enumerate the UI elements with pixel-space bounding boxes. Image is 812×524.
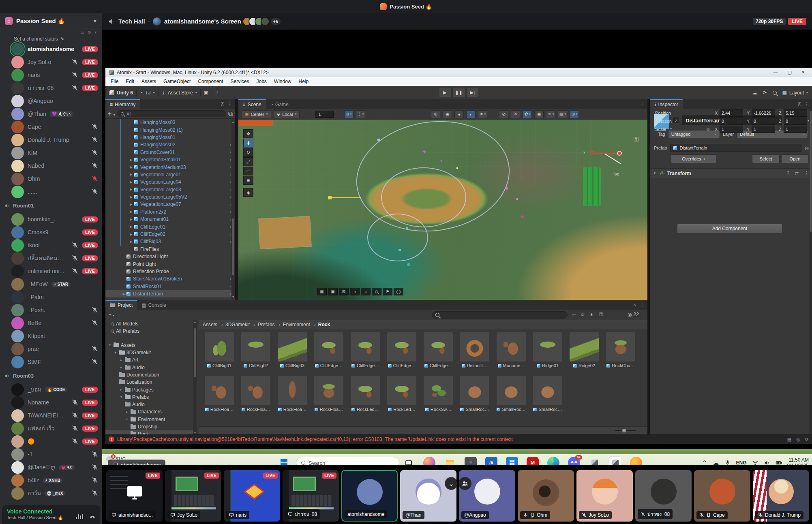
hierarchy-item[interactable]: ▶ Platform2x2 › — [105, 208, 235, 216]
voice-channel-room01[interactable]: Room01 — [0, 198, 102, 213]
hierarchy-item[interactable]: ▶ HangingMoss01 › — [105, 134, 235, 141]
unity-status-bar[interactable]: ! Library\PackageCache\com.unity.ai.navi… — [105, 434, 812, 444]
expander-icon[interactable]: ▶ — [121, 292, 126, 296]
expander-icon[interactable]: ▶ — [129, 188, 134, 191]
undo-history-icon[interactable]: ⟳ — [763, 90, 767, 96]
dock-icon[interactable]: ⊼ — [633, 302, 636, 308]
expander-icon[interactable]: ▾ — [108, 343, 112, 347]
menu-item[interactable]: File — [107, 79, 122, 84]
select-button[interactable]: Select — [752, 154, 780, 163]
search-icon[interactable] — [773, 91, 777, 95]
voice-member[interactable]: boomkxn_. LIVE — [0, 213, 102, 226]
x-field[interactable]: 2.44 — [720, 109, 743, 117]
unity-titlebar[interactable]: Atomix - Start - Windows, Mac, Linux - U… — [105, 68, 812, 77]
x-field[interactable]: 1 — [720, 126, 743, 133]
hierarchy-item[interactable]: ▶ DistantTerrain › — [105, 290, 235, 297]
move-gizmo-axis[interactable] — [331, 197, 361, 198]
voice-member[interactable]: atomishandsome LIVE — [0, 43, 102, 56]
prefab-arrow-icon[interactable]: › — [230, 143, 231, 147]
voice-member[interactable]: @Jane♡ღ 💗 ٩Ϛ — [0, 461, 102, 474]
participant-tile[interactable]: Donald J. Trump — [753, 470, 809, 522]
voice-member[interactable]: อาร์ม 💀 _mrX — [0, 487, 102, 500]
asset-item[interactable]: Ridge01 — [530, 332, 566, 375]
open-button[interactable]: Open — [781, 154, 809, 163]
scene-visibility-toggle[interactable]: ◉ — [534, 110, 544, 118]
audio-toggle[interactable]: ● — [454, 110, 464, 118]
pivot-dropdown[interactable]: ◉Center▾ — [242, 110, 271, 118]
move-gizmo-handle[interactable] — [328, 196, 332, 199]
collapse-strip-button[interactable]: ⌄ — [445, 477, 457, 490]
participant-tile[interactable]: LIVE Joy SoLo — [165, 470, 221, 522]
voice-member[interactable]: Cmoss9 LIVE — [0, 226, 102, 239]
hidden-packages-count[interactable]: ◎22 — [628, 312, 639, 317]
hierarchy-item[interactable]: ▶ Directional Light › — [105, 253, 235, 260]
voice-member[interactable]: Donald J. Trump — [0, 133, 102, 146]
cut-icon[interactable]: ⊠ — [339, 288, 349, 295]
voice-member[interactable]: -1 — [0, 448, 102, 461]
voice-member[interactable]: Kitppxt — [0, 329, 102, 342]
voice-member[interactable]: _Palm — [0, 291, 102, 304]
y-field[interactable]: 0 — [752, 118, 775, 125]
voice-member[interactable]: StMF — [0, 355, 102, 368]
search-by-type-icon[interactable]: ≔ — [572, 312, 576, 317]
account-dropdown[interactable]: ◔TJ▾ — [140, 90, 155, 96]
voice-member[interactable]: _บอม 🔥 CODE LIVE — [0, 383, 102, 396]
expander-icon[interactable]: ▶ — [129, 210, 134, 214]
participant-tile[interactable]: LIVE บ่าวชง_08 — [283, 470, 339, 522]
pause-button[interactable]: ❚❚ — [452, 88, 465, 97]
dock-icon[interactable]: ⊼ — [797, 101, 801, 107]
asset-item[interactable]: RockFloa… — [311, 375, 347, 419]
expander-icon[interactable]: ▶ — [129, 225, 134, 229]
y-field[interactable]: -1.66226 — [752, 109, 775, 117]
expander-icon[interactable]: ▶ — [129, 233, 134, 236]
expander-icon[interactable]: ▶ — [129, 158, 134, 162]
asset-item[interactable]: Monume… — [493, 332, 529, 375]
folder-item[interactable]: ▾ Assets — [105, 342, 193, 349]
prefab-arrow-icon[interactable]: › — [230, 165, 231, 169]
packages-filter-icon[interactable]: ⚿ — [599, 312, 603, 317]
tab-menu-icon[interactable]: ⋮ — [804, 101, 809, 107]
help-icon[interactable]: ? — [787, 171, 789, 176]
prefab-arrow-icon[interactable]: › — [230, 240, 231, 244]
debug-toggle[interactable]: ✶▾ — [478, 110, 487, 118]
z-field[interactable]: 5.15 — [784, 109, 807, 117]
settings-icon[interactable]: ⚙ — [88, 30, 91, 34]
prefab-arrow-icon[interactable]: › — [230, 158, 231, 162]
package-manager-icon[interactable]: ▣ — [204, 90, 208, 96]
version-control-icon[interactable]: ⑂ — [215, 90, 218, 96]
prefab-arrow-icon[interactable]: › — [230, 284, 231, 289]
hierarchy-item[interactable]: ▶ VegetationMedium03 › — [105, 163, 235, 171]
cloud-icon[interactable]: ☁ — [752, 90, 757, 96]
folder-item[interactable]: Dropship — [105, 423, 193, 430]
zoom-icon[interactable] — [372, 288, 381, 295]
voice-member[interactable]: Ohm — [0, 172, 102, 185]
minimize-button[interactable]: — — [773, 70, 778, 75]
asset-item[interactable]: CliffEdge… — [347, 332, 383, 375]
menu-item[interactable]: Help — [295, 79, 313, 84]
hierarchy-item[interactable]: ▶ GroundCover01 › — [105, 149, 235, 156]
prefab-arrow-icon[interactable]: › — [230, 292, 231, 296]
expander-icon[interactable]: ▶ — [129, 180, 134, 184]
expander-icon[interactable]: ▶ — [129, 173, 134, 176]
grid-size-field[interactable]: 1 — [315, 111, 334, 118]
voice-member[interactable]: @Angpao — [0, 94, 102, 107]
prefab-arrow-icon[interactable]: › — [230, 277, 231, 281]
scene-viewport[interactable]: ✦ ✦ ✥ ✚ ↻ ⤢ ▭ ⊕ ◈ ▦ ▣ ⊠ ◑ ⌗ — [238, 120, 647, 300]
hierarchy-item[interactable]: ▶ VegetationSmall01 › — [105, 156, 235, 163]
folder-item[interactable]: Audio — [105, 401, 193, 408]
voice-member[interactable]: แฟลงก์ เร็ว LIVE — [0, 422, 102, 435]
voice-member[interactable]: naris LIVE — [0, 68, 102, 81]
add-component-button[interactable]: Add Component — [677, 224, 782, 233]
participant-tile[interactable]: Ohm — [518, 470, 574, 522]
folder-item[interactable]: Documentation — [105, 371, 193, 379]
scale-tool[interactable]: ⤢ — [243, 157, 253, 166]
hierarchy-item[interactable]: ▶ HangingMoss03 › — [105, 119, 235, 126]
hierarchy-item[interactable]: ▶ Point Light › — [105, 260, 235, 267]
prefab-target-icon[interactable]: ◎ — [805, 145, 809, 151]
camera-settings-toggle[interactable]: ≋▾ — [546, 110, 555, 118]
folder-item[interactable]: ▾ 3DGamekit — [105, 349, 193, 356]
expander-icon[interactable]: ▶ — [129, 195, 134, 199]
language-indicator[interactable]: ENG — [736, 460, 747, 466]
tab-menu-icon[interactable]: ⋮ — [227, 101, 232, 107]
voice-member[interactable]: 🟠 LIVE — [0, 435, 102, 448]
